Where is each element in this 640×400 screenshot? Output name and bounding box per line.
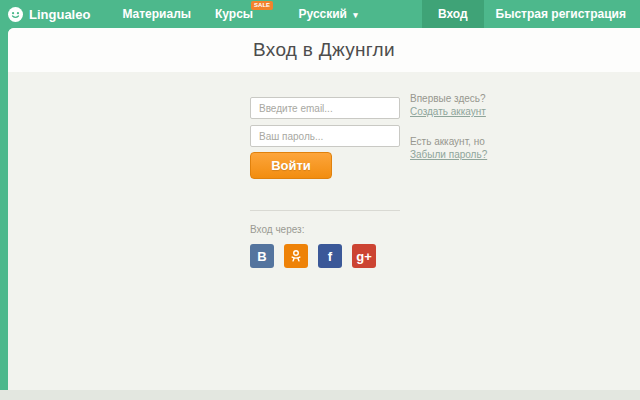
login-button[interactable]: Войти: [250, 152, 332, 179]
social-login-label: Вход через:: [250, 224, 304, 235]
forgot-password-link[interactable]: Забыли пароль?: [410, 149, 487, 160]
form-divider: [250, 210, 400, 211]
vk-icon[interactable]: В: [250, 244, 274, 268]
sale-badge: SALE: [251, 1, 273, 10]
first-time-text: Впервые здесь?: [410, 93, 486, 104]
quick-registration-link[interactable]: Быстрая регистрация: [484, 0, 638, 28]
odnoklassniki-icon[interactable]: [284, 244, 308, 268]
create-account-link[interactable]: Создать аккаунт: [410, 106, 486, 117]
lingualeo-login-page: Lingualeo Материалы Курсы SALE Русский ▾…: [0, 0, 640, 400]
forgot-block: Есть аккаунт, но Забыли пароль?: [410, 135, 487, 161]
googleplus-icon[interactable]: g+: [352, 244, 376, 268]
facebook-icon[interactable]: f: [318, 244, 342, 268]
login-card: Вход в Джунгли Войти Впервые здесь? Созд…: [8, 28, 640, 390]
nav-item-courses-label: Курсы: [215, 7, 253, 21]
brand-name[interactable]: Lingualeo: [29, 7, 90, 22]
tab-login[interactable]: Вход: [422, 0, 484, 28]
lingualeo-logo-icon[interactable]: [8, 7, 23, 22]
language-dropdown[interactable]: Русский ▾: [287, 0, 370, 28]
first-time-block: Впервые здесь? Создать аккаунт: [410, 92, 487, 118]
top-navbar: Lingualeo Материалы Курсы SALE Русский ▾…: [0, 0, 640, 28]
window-bottom-edge: [0, 390, 640, 400]
nav-item-courses[interactable]: Курсы SALE: [203, 0, 265, 28]
title-band: Вход в Джунгли: [8, 28, 640, 72]
chevron-down-icon: ▾: [353, 10, 358, 20]
social-login-row: В f g+: [250, 244, 376, 268]
language-label: Русский: [299, 7, 348, 21]
navbar-left: Lingualeo Материалы Курсы SALE: [0, 0, 265, 28]
have-account-text: Есть аккаунт, но: [410, 136, 485, 147]
page-title: Вход в Джунгли: [253, 39, 395, 61]
navbar-right: Русский ▾ Вход Быстрая регистрация: [287, 0, 640, 28]
email-input[interactable]: [250, 97, 400, 119]
password-input[interactable]: [250, 125, 400, 147]
nav-item-materials[interactable]: Материалы: [110, 0, 203, 28]
login-help-aside: Впервые здесь? Создать аккаунт Есть акка…: [410, 92, 487, 178]
